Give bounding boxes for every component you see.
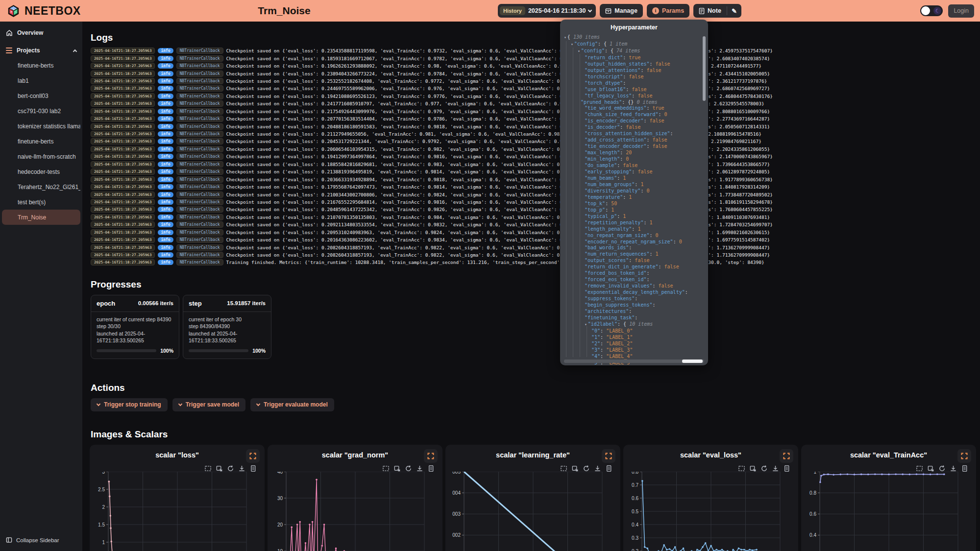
expand-chart-button[interactable] [957,449,971,463]
chart-plot[interactable]: 0050040030020010 [445,472,620,551]
hyperparameter-tree-row[interactable]: "1": "LABEL_1" [560,335,708,341]
box-select-icon[interactable] [738,465,745,472]
params-button[interactable]: i Params [647,4,689,18]
data-view-icon[interactable] [783,465,790,472]
restore-view-icon[interactable] [927,465,934,472]
sidebar-project-item[interactable]: naive-llm-from-scratch [2,149,80,164]
trigger-action-button[interactable]: Trigger stop training [91,398,168,411]
refresh-icon[interactable] [760,465,768,472]
chart-plot[interactable]: 0.80.70.60.50.40.30.20.10 [623,472,798,551]
collapse-arrow-icon[interactable]: ▾ [578,49,580,53]
edit-note-button[interactable]: ✎ [727,4,741,18]
sidebar-section-projects[interactable]: Projects [0,43,82,58]
hyperparameter-tree-row[interactable]: "exponential_decay_length_penalty": [560,289,708,296]
hyperparameter-tree-row[interactable]: "repetition_penalty": 1 [560,220,708,226]
sidebar-project-item[interactable]: bert-conll03 [2,88,80,103]
hyperparameter-tree-row[interactable]: "torchscript": false [560,74,708,80]
sidebar-project-item[interactable]: lab1 [2,73,80,88]
history-dropdown[interactable]: History 2025-04-16 21:18:30 [498,4,596,18]
collapse-arrow-icon[interactable]: ▾ [564,35,566,40]
trigger-action-button[interactable]: Trigger save model [172,398,245,411]
download-icon[interactable] [416,465,423,472]
hyperparameter-tree-row[interactable]: "tf_legacy_loss": false [560,93,708,99]
manage-button[interactable]: Manage [600,4,643,18]
expand-chart-button[interactable] [602,449,615,463]
data-view-icon[interactable] [961,465,968,472]
hyperparameter-tree-row[interactable]: "chunk_size_feed_forward": 0 [560,112,708,118]
sidebar-project-item[interactable]: finetune-berts [2,58,80,73]
hyperparameter-tree-row[interactable]: "num_return_sequences": 1 [560,251,708,258]
hyperparameter-tree-row[interactable]: "num_beams": 1 [560,175,708,182]
hyperparameter-tree-row[interactable]: "bad_words_ids": [560,245,708,251]
hyperparameter-tree-row[interactable]: "length_penalty": 1 [560,226,708,233]
refresh-icon[interactable] [405,465,412,472]
download-icon[interactable] [772,465,779,472]
restore-view-icon[interactable] [571,465,579,472]
hyperparameter-tree-row[interactable]: "4": "LABEL_4" [560,354,708,360]
expand-chart-button[interactable] [780,449,793,463]
hyperparameter-tree-row[interactable]: "begin_suppress_tokens": [560,302,708,309]
chart-plot[interactable]: 32.521.510.50 [90,472,265,551]
download-icon[interactable] [950,465,957,472]
hyperparameter-tree-row[interactable]: ▾"config": { 1 item [560,41,708,48]
vertical-scrollbar[interactable] [703,36,706,101]
hyperparameter-tree-row[interactable]: "return_dict": true [560,55,708,61]
hyperparameter-tree-row[interactable]: "torch_dtype": [560,80,708,87]
hyperparameter-tree-row[interactable]: "diversity_penalty": 0 [560,188,708,194]
hyperparameter-tree-row[interactable]: "num_beam_groups": 1 [560,182,708,188]
hyperparameter-tree-row[interactable]: "is_encoder_decoder": false [560,118,708,124]
chart-plot[interactable]: 403020100 [268,472,442,551]
horizontal-scrollbar-thumb[interactable] [682,359,703,363]
collapse-sidebar-button[interactable]: Collapse Sidebar [0,533,82,547]
trigger-action-button[interactable]: Trigger evaluate model [250,398,334,411]
restore-view-icon[interactable] [393,465,401,472]
box-select-icon[interactable] [916,465,923,472]
hyperparameter-tree-row[interactable]: ▾"config": { 74 items [560,48,708,55]
hyperparameter-tree-row[interactable]: "max_length": 20 [560,150,708,156]
hyperparameter-tree-row[interactable]: "temperature": 1 [560,194,708,201]
collapse-arrow-icon[interactable]: ▾ [571,42,573,47]
hyperparameter-tree-row[interactable]: "0": "LABEL_0" [560,328,708,335]
hyperparameter-tree-row[interactable]: "finetuning_task": [560,315,708,321]
sidebar-project-item[interactable]: Terahertz_No22_Gl261_gl... [2,179,80,194]
hyperparameter-tree-row[interactable]: "tie_word_embeddings": true [560,105,708,112]
hyperparameter-tree-row[interactable]: ▾"id2label": { 10 items [560,321,708,328]
download-icon[interactable] [238,465,245,472]
restore-view-icon[interactable] [216,465,223,472]
refresh-icon[interactable] [938,465,946,472]
sidebar-project-item[interactable]: finetune-berts [2,134,80,149]
hyperparameter-tree-row[interactable]: "is_decoder": false [560,124,708,131]
sidebar-project-item[interactable]: tokenizer statistics llama... [2,119,80,134]
sidebar-project-item[interactable]: test bert(s) [2,194,80,210]
sidebar-item-overview[interactable]: Overview [0,25,82,40]
hyperparameter-tree-row[interactable]: "output_scores": false [560,258,708,264]
data-view-icon[interactable] [605,465,612,472]
hyperparameter-tree-row[interactable]: "output_attentions": false [560,68,708,74]
sidebar-project-item[interactable]: csc791-030 lab2 [2,103,80,119]
hyperparameter-tree-row[interactable]: "top_k": 50 [560,201,708,207]
hyperparameter-tree-row[interactable]: "no_repeat_ngram_size": 0 [560,233,708,239]
hyperparameter-tree-row[interactable]: "suppress_tokens": [560,296,708,302]
hyperparameter-tree-row[interactable]: "add_cross_attention": false [560,137,708,144]
download-icon[interactable] [594,465,601,472]
data-view-icon[interactable] [427,465,435,472]
hyperparameter-tree-row[interactable]: "early_stopping": false [560,169,708,175]
box-select-icon[interactable] [382,465,390,472]
hyperparameter-tree-row[interactable]: "tie_encoder_decoder": false [560,144,708,150]
hyperparameter-tree-row[interactable]: "pruned_heads": {} 0 items [560,99,708,106]
hyperparameter-tree-row[interactable]: "2": "LABEL_2" [560,341,708,347]
hyperparameter-tree-row[interactable]: "architectures": [560,309,708,315]
hyperparameter-tree-row[interactable]: "return_dict_in_generate": false [560,264,708,270]
refresh-icon[interactable] [227,465,234,472]
hyperparameter-tree-row[interactable]: "typical_p": 1 [560,214,708,220]
hyperparameter-tree-row[interactable]: ▾{ 130 items [560,34,708,41]
chart-plot[interactable]: 10.80.60.40.20 [801,472,976,551]
sidebar-project-item[interactable]: hedecoder-tests [2,164,80,179]
expand-chart-button[interactable] [246,449,260,463]
hyperparameter-tree-row[interactable]: "encoder_no_repeat_ngram_size": 0 [560,239,708,245]
refresh-icon[interactable] [583,465,590,472]
hyperparameter-tree-row[interactable]: "top_p": 1 [560,207,708,214]
box-select-icon[interactable] [204,465,212,472]
login-button[interactable]: Login [948,4,974,18]
data-view-icon[interactable] [249,465,257,472]
